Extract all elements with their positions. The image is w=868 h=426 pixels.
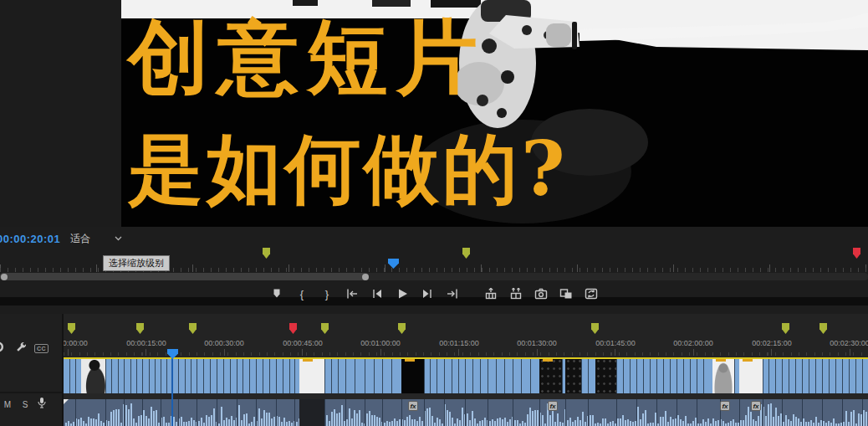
clip-cut[interactable] — [636, 357, 637, 393]
clip-cut[interactable] — [530, 357, 531, 393]
clip-cut[interactable] — [294, 357, 295, 393]
sequence-marker-red[interactable] — [853, 248, 860, 259]
timeline-marker-green[interactable] — [189, 323, 197, 334]
step-back-button[interactable] — [370, 287, 385, 300]
clip-cut[interactable] — [670, 357, 671, 393]
clip-cut[interactable] — [855, 357, 856, 393]
clip-cut[interactable] — [374, 357, 375, 393]
audio-track-a1[interactable]: fxfxfxfx — [64, 399, 868, 426]
audio-clip-cut[interactable] — [588, 399, 589, 426]
play-button[interactable] — [396, 287, 410, 300]
timeline-marker-green[interactable] — [398, 323, 406, 334]
clip-cut[interactable] — [815, 357, 816, 393]
mute-track-button[interactable]: M — [2, 399, 13, 411]
clip-cut[interactable] — [465, 357, 466, 393]
lift-button[interactable] — [484, 287, 498, 300]
clip-cut[interactable] — [643, 357, 644, 393]
audio-clip-cut[interactable] — [142, 399, 143, 426]
button-editor-button[interactable] — [585, 287, 599, 300]
clip-cut[interactable] — [391, 357, 392, 393]
audio-clip-cut[interactable] — [345, 399, 346, 426]
clip-cut[interactable] — [521, 357, 522, 393]
clip-cut[interactable] — [480, 357, 481, 393]
clip-cut[interactable] — [217, 357, 217, 393]
timeline-marker-green[interactable] — [591, 323, 599, 334]
clip-cut[interactable] — [178, 357, 179, 393]
clip-cut[interactable] — [289, 357, 290, 393]
audio-clip-cut[interactable] — [217, 399, 217, 426]
step-forward-button[interactable] — [421, 287, 435, 300]
audio-clip-cut[interactable] — [294, 399, 295, 426]
audio-clip-cut[interactable] — [488, 399, 488, 426]
clip-cut[interactable] — [331, 357, 332, 393]
clip-cut[interactable] — [472, 357, 473, 393]
clip-cut[interactable] — [130, 357, 131, 393]
audio-clip-cut[interactable] — [465, 399, 466, 426]
clip-cut[interactable] — [513, 357, 513, 393]
audio-clip-cut[interactable] — [656, 399, 657, 426]
clip-cut[interactable] — [155, 357, 156, 393]
clip-cut[interactable] — [149, 357, 150, 393]
fx-badge[interactable]: fx — [548, 401, 558, 411]
audio-clip-cut[interactable] — [324, 399, 325, 426]
clip-cut[interactable] — [424, 357, 425, 393]
clip-cut[interactable] — [690, 357, 691, 393]
clip-cut[interactable] — [849, 357, 850, 393]
audio-clip-cut[interactable] — [444, 399, 445, 426]
audio-clip-cut[interactable] — [75, 399, 76, 426]
clip-cut[interactable] — [105, 357, 106, 393]
audio-clip-cut[interactable] — [842, 399, 843, 426]
clip-cut[interactable] — [663, 357, 664, 393]
audio-clip-cut[interactable] — [401, 399, 402, 426]
clip-cut[interactable] — [365, 357, 365, 393]
wrench-icon[interactable] — [15, 341, 27, 357]
clip-cut[interactable] — [237, 357, 237, 393]
go-to-out-button[interactable] — [446, 287, 460, 300]
clip-cut[interactable] — [488, 357, 488, 393]
clip-cut[interactable] — [630, 357, 631, 393]
video-clip-dark[interactable] — [595, 357, 616, 393]
fx-badge[interactable]: fx — [720, 401, 730, 411]
clip-cut[interactable] — [111, 357, 112, 393]
audio-clip-cut[interactable] — [513, 399, 513, 426]
clip-cut[interactable] — [802, 357, 803, 393]
fx-badge[interactable]: fx — [751, 401, 761, 411]
video-clip-person-light[interactable] — [712, 357, 734, 393]
clip-cut[interactable] — [703, 357, 704, 393]
audio-clip-cut[interactable] — [802, 399, 803, 426]
clip-cut[interactable] — [562, 357, 563, 393]
add-marker-button[interactable] — [270, 287, 284, 300]
clip-cut[interactable] — [197, 357, 197, 393]
clip-cut[interactable] — [269, 357, 270, 393]
clip-cut[interactable] — [829, 357, 830, 393]
clip-cut[interactable] — [444, 357, 445, 393]
audio-clip-cut[interactable] — [178, 399, 179, 426]
timeline-marker-green[interactable] — [68, 323, 75, 334]
clip-cut[interactable] — [430, 357, 431, 393]
clip-cut[interactable] — [191, 357, 191, 393]
clip-cut[interactable] — [230, 357, 231, 393]
video-clip-white[interactable] — [299, 357, 324, 393]
timeline-marker-green[interactable] — [819, 323, 827, 334]
clip-cut[interactable] — [355, 357, 355, 393]
audio-clip-cut[interactable] — [782, 399, 783, 426]
clip-cut[interactable] — [161, 357, 161, 393]
video-clip-white[interactable] — [739, 357, 763, 393]
clip-cut[interactable] — [862, 357, 863, 393]
clip-cut[interactable] — [789, 357, 789, 393]
clip-cut[interactable] — [142, 357, 143, 393]
timeline-marker-green[interactable] — [321, 323, 329, 334]
snap-magnet-icon[interactable] — [0, 341, 8, 357]
audio-clip-cut[interactable] — [256, 399, 257, 426]
closed-captions-button[interactable]: CC — [34, 344, 49, 353]
clip-cut[interactable] — [382, 357, 383, 393]
audio-clip-cut[interactable] — [161, 399, 161, 426]
clip-cut[interactable] — [243, 357, 243, 393]
clip-cut[interactable] — [822, 357, 823, 393]
sequence-marker-green[interactable] — [263, 248, 270, 259]
mark-in-button[interactable]: { — [295, 287, 309, 300]
audio-clip-cut[interactable] — [822, 399, 823, 426]
clip-cut[interactable] — [775, 357, 776, 393]
export-frame-button[interactable] — [534, 287, 549, 300]
clip-cut[interactable] — [166, 357, 167, 393]
